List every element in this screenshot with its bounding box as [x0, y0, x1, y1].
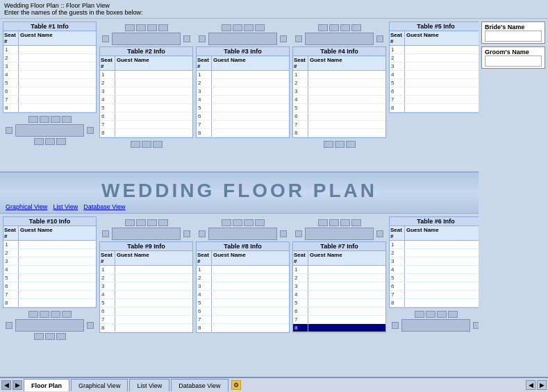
table-row[interactable]: 4 [197, 96, 289, 104]
guest-input[interactable] [19, 104, 96, 112]
table-row[interactable]: 3 [293, 87, 385, 96]
table-row[interactable]: 7 [293, 316, 385, 324]
table-row[interactable]: 2 [197, 79, 289, 87]
tab-graphical-view[interactable]: Graphical View [71, 379, 128, 391]
table-row[interactable]: 7 [3, 291, 96, 299]
table-row[interactable]: 7 [3, 96, 96, 104]
table-row[interactable]: 8 [100, 324, 192, 332]
table-row[interactable]: 5 [100, 299, 192, 307]
table-row[interactable]: 5 [390, 274, 479, 282]
table-row[interactable]: 8 [3, 299, 96, 307]
table-row[interactable]: 5 [197, 104, 289, 112]
tab-nav-next[interactable]: ▶ [13, 380, 22, 390]
scroll-left-btn[interactable]: ◀ [526, 380, 535, 390]
table-row[interactable]: 4 [390, 266, 479, 274]
table-row[interactable]: 4 [3, 266, 96, 274]
guest-input[interactable] [19, 87, 96, 95]
table-row[interactable]: 4 [197, 291, 289, 299]
table-row[interactable]: 5 [100, 104, 192, 112]
table-row[interactable]: 1 [100, 266, 192, 274]
table-row[interactable]: 4 [293, 291, 385, 299]
table-row[interactable]: 4 [100, 96, 192, 104]
groom-name-input[interactable] [485, 56, 542, 67]
nav-database[interactable]: Database View [83, 203, 125, 210]
table-row[interactable]: 7 [100, 316, 192, 324]
table-row[interactable]: 6 [3, 282, 96, 291]
nav-graphical[interactable]: Graphical View [6, 203, 47, 210]
table-row[interactable]: 1 [293, 266, 385, 274]
table-row[interactable]: 2 [390, 54, 479, 62]
nav-list[interactable]: List View [53, 203, 78, 210]
guest-input[interactable] [19, 96, 96, 103]
table-row[interactable]: 6 [390, 282, 479, 291]
table-row[interactable]: 4 [3, 71, 96, 79]
table-row[interactable]: 3 [100, 87, 192, 96]
table-row[interactable]: 3 [197, 87, 289, 96]
table-row[interactable]: 1 [390, 241, 479, 249]
table-row[interactable]: 8 [390, 299, 479, 307]
table-row[interactable]: 1 [197, 266, 289, 274]
table-row[interactable]: 7 [390, 291, 479, 299]
table-row[interactable]: 8 [293, 129, 385, 137]
table-row-selected[interactable]: 8 [293, 324, 385, 332]
table-row[interactable]: 2 [197, 274, 289, 282]
table-row[interactable]: 8 [390, 104, 479, 112]
table-row[interactable]: 8 [3, 104, 96, 112]
table-row[interactable]: 3 [293, 282, 385, 291]
tab-nav-prev[interactable]: ◀ [1, 380, 11, 390]
table-row[interactable]: 5 [293, 299, 385, 307]
table-row[interactable]: 4 [390, 71, 479, 79]
table-row[interactable]: 7 [390, 96, 479, 104]
table-row[interactable]: 7 [100, 121, 192, 129]
bride-name-input[interactable] [485, 31, 542, 42]
tab-floor-plan[interactable]: Floor Plan [24, 379, 69, 391]
table-row[interactable]: 5 [3, 274, 96, 282]
table-row[interactable]: 8 [197, 324, 289, 332]
table-row[interactable]: 6 [100, 307, 192, 316]
guest-input[interactable] [19, 71, 96, 78]
table-row[interactable]: 4 [100, 291, 192, 299]
table-row[interactable]: 5 [197, 299, 289, 307]
scroll-right-btn[interactable]: ▶ [537, 380, 547, 390]
table-row[interactable]: 6 [100, 112, 192, 121]
table-row[interactable]: 2 [3, 54, 96, 62]
table-row[interactable]: 3 [390, 257, 479, 266]
guest-input[interactable] [19, 46, 96, 53]
guest-input[interactable] [19, 54, 96, 62]
table-row[interactable]: 6 [293, 307, 385, 316]
table-row[interactable]: 7 [293, 121, 385, 129]
table-row[interactable]: 3 [3, 257, 96, 266]
table-row[interactable]: 2 [293, 274, 385, 282]
table-row[interactable]: 2 [390, 249, 479, 257]
table-row[interactable]: 1 [197, 71, 289, 79]
table-row[interactable]: 3 [100, 282, 192, 291]
table-row[interactable]: 5 [390, 79, 479, 87]
guest-input[interactable] [19, 79, 96, 87]
table-row[interactable]: 1 [390, 46, 479, 54]
table-row[interactable]: 5 [293, 104, 385, 112]
table-row[interactable]: 6 [390, 87, 479, 96]
table-row[interactable]: 5 [3, 79, 96, 87]
table-row[interactable]: 6 [3, 87, 96, 96]
table-row[interactable]: 2 [293, 79, 385, 87]
table-row[interactable]: 6 [197, 112, 289, 121]
table-row[interactable]: 1 [100, 71, 192, 79]
tab-database-view[interactable]: Database View [171, 379, 228, 391]
table-row[interactable]: 6 [293, 112, 385, 121]
table-row[interactable]: 1 [3, 46, 96, 54]
table-row[interactable]: 8 [197, 129, 289, 137]
table-row[interactable]: 7 [197, 316, 289, 324]
table-row[interactable]: 2 [100, 79, 192, 87]
table-row[interactable]: 4 [293, 96, 385, 104]
table-row[interactable]: 6 [197, 307, 289, 316]
table-row[interactable]: 1 [3, 241, 96, 249]
table-row[interactable]: 3 [390, 62, 479, 71]
table-row[interactable]: 8 [100, 129, 192, 137]
table-row[interactable]: 2 [100, 274, 192, 282]
table-row[interactable]: 1 [293, 71, 385, 79]
table-row[interactable]: 3 [3, 62, 96, 71]
table-row[interactable]: 7 [197, 121, 289, 129]
table-row[interactable]: 3 [197, 282, 289, 291]
table-row[interactable]: 2 [3, 249, 96, 257]
tab-list-view[interactable]: List View [129, 379, 169, 391]
